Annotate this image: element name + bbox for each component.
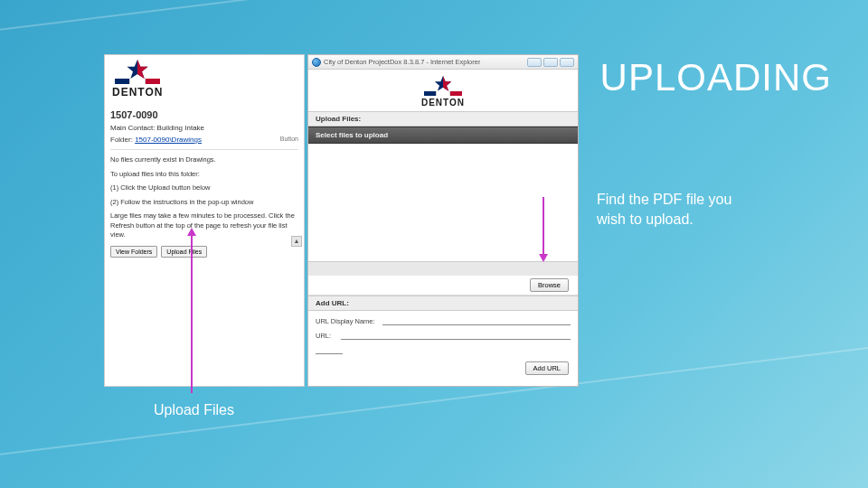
no-files-text: No files currently exist in Drawings.	[110, 155, 298, 165]
url-label: URL:	[316, 332, 337, 340]
upload-step-2: (2) Follow the instructions in the pop-u…	[110, 198, 298, 208]
file-dropzone[interactable]	[308, 144, 578, 261]
upload-files-button[interactable]: Upload Files	[161, 246, 207, 258]
callout-find-pdf: Find the PDF file you wish to upload.	[597, 190, 731, 229]
folder-row: Folder: 1507-0090\Drawings Button	[110, 134, 298, 150]
dropzone-footer	[308, 261, 578, 276]
button-partial: Button	[280, 136, 298, 142]
large-files-note: Large files may take a few minutes to be…	[110, 211, 298, 240]
flag-icon	[115, 79, 160, 84]
window-title: City of Denton ProjectDox 8.3.8.7 - Inte…	[324, 58, 480, 66]
add-url-button[interactable]: Add URL	[525, 361, 569, 375]
decor-line-top	[0, 0, 868, 36]
arrow-to-upload-button	[191, 235, 193, 393]
select-files-bar: Select files to upload	[308, 127, 578, 144]
callout-upload-files: Upload Files	[154, 402, 234, 418]
upload-step-1: (1) Click the Upload button below	[110, 183, 298, 193]
scroll-up-button[interactable]: ▲	[291, 236, 302, 247]
project-id: 1507-0090	[110, 106, 298, 122]
maximize-button[interactable]	[543, 58, 558, 67]
star-icon	[433, 75, 453, 91]
svg-marker-3	[443, 76, 451, 91]
upload-intro: To upload files into this folder:	[110, 170, 298, 180]
denton-logo-right: DENTON	[308, 70, 578, 111]
ie-icon	[312, 58, 321, 67]
main-contact: Main Contact: Building Intake	[110, 122, 298, 134]
star-icon	[125, 59, 150, 79]
browse-button[interactable]: Browse	[530, 278, 569, 292]
slide-title: UPLOADING	[600, 56, 832, 99]
url-display-input[interactable]	[382, 316, 571, 325]
url-display-label: URL Display Name:	[316, 317, 379, 325]
add-url-header: Add URL:	[308, 296, 578, 311]
close-button[interactable]	[560, 58, 574, 67]
logo-text: DENTON	[112, 86, 163, 99]
svg-marker-1	[137, 60, 148, 79]
flag-icon	[424, 91, 462, 96]
logo-text: DENTON	[421, 98, 465, 108]
arrow-to-browse-button	[542, 197, 544, 255]
upload-dialog-window: City of Denton ProjectDox 8.3.8.7 - Inte…	[307, 54, 579, 387]
folder-link[interactable]: 1507-0090\Drawings	[135, 136, 202, 144]
minimize-button[interactable]	[527, 58, 542, 67]
denton-logo-left: DENTON	[105, 55, 304, 102]
projectdox-window: DENTON 1507-0090 Main Contact: Building …	[104, 54, 305, 387]
url-extra-input[interactable]	[316, 345, 343, 354]
url-input[interactable]	[341, 331, 571, 340]
view-folders-button[interactable]: View Folders	[110, 246, 157, 258]
window-titlebar[interactable]: City of Denton ProjectDox 8.3.8.7 - Inte…	[308, 55, 578, 70]
upload-files-header: Upload Files:	[308, 111, 578, 127]
